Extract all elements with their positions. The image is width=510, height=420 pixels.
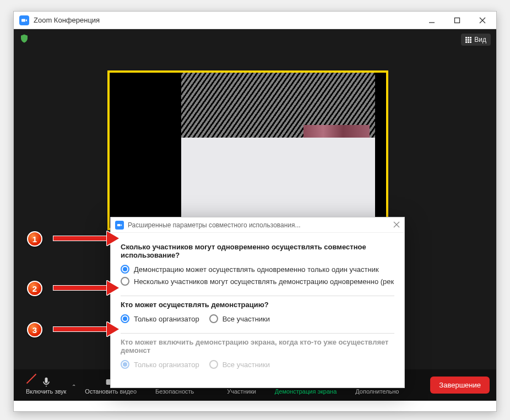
q1-label: Сколько участников могут одновременно ос… <box>121 243 394 259</box>
audio-chevron[interactable]: ⌃ <box>72 380 79 390</box>
q3-option-2: Все участники <box>209 360 270 369</box>
q3-option-1: Только организатор <box>121 360 199 369</box>
dialog-close-button[interactable] <box>393 220 400 230</box>
annotation-arrow-1 <box>53 234 119 243</box>
audio-button[interactable]: Включить звук <box>20 369 72 401</box>
dialog-section-1: Сколько участников могут одновременно ос… <box>121 238 394 296</box>
grid-icon <box>465 37 471 43</box>
annotation-arrow-2 <box>53 283 119 292</box>
radio-icon <box>121 265 129 274</box>
dialog-section-3: Кто может включить демонстрацию экрана, … <box>121 334 394 379</box>
annotation-arrow-3 <box>53 325 119 334</box>
window-minimize-button[interactable] <box>419 12 444 29</box>
dialog-titlebar: Расширенные параметры совместного исполь… <box>111 217 404 233</box>
q1-option-1[interactable]: Демонстрацию может осуществлять одноврем… <box>121 265 394 274</box>
radio-icon <box>121 314 129 323</box>
radio-icon <box>121 277 129 286</box>
end-meeting-button[interactable]: Завершение <box>430 377 490 394</box>
q2-option-1[interactable]: Только организатор <box>121 314 199 323</box>
video-content <box>303 125 370 230</box>
dialog-title: Расширенные параметры совместного исполь… <box>128 221 393 229</box>
dialog-body: Сколько участников могут одновременно ос… <box>111 233 404 388</box>
dialog-section-2: Кто может осуществлять демонстрацию? Тол… <box>121 296 394 334</box>
q2-option-2[interactable]: Все участники <box>209 314 270 323</box>
security-shield-icon[interactable] <box>19 33 29 46</box>
annotation-badge-3: 3 <box>27 322 42 337</box>
zoom-logo-icon <box>115 221 124 230</box>
q3-label: Кто может включить демонстрацию экрана, … <box>121 338 394 354</box>
radio-icon <box>121 360 129 369</box>
zoom-logo-icon <box>19 15 29 25</box>
view-label: Вид <box>474 36 486 43</box>
window-maximize-button[interactable] <box>444 12 470 29</box>
q1-option-2[interactable]: Несколько участников могут осуществлять … <box>121 277 394 286</box>
radio-icon <box>209 360 218 369</box>
window-title: Zoom Конференция <box>34 16 419 24</box>
video-tile-main[interactable] <box>107 70 388 230</box>
radio-icon <box>209 314 218 323</box>
svg-rect-1 <box>455 18 460 23</box>
share-settings-dialog: Расширенные параметры совместного исполь… <box>110 217 405 388</box>
window-close-button[interactable] <box>470 12 495 29</box>
meeting-topbar: Вид <box>14 29 496 50</box>
titlebar: Zoom Конференция <box>14 12 496 29</box>
mic-slash-icon <box>26 374 36 384</box>
annotation-badge-2: 2 <box>27 281 42 296</box>
view-mode-button[interactable]: Вид <box>461 34 491 46</box>
q2-label: Кто может осуществлять демонстрацию? <box>121 301 394 309</box>
annotation-badge-1: 1 <box>27 231 42 247</box>
